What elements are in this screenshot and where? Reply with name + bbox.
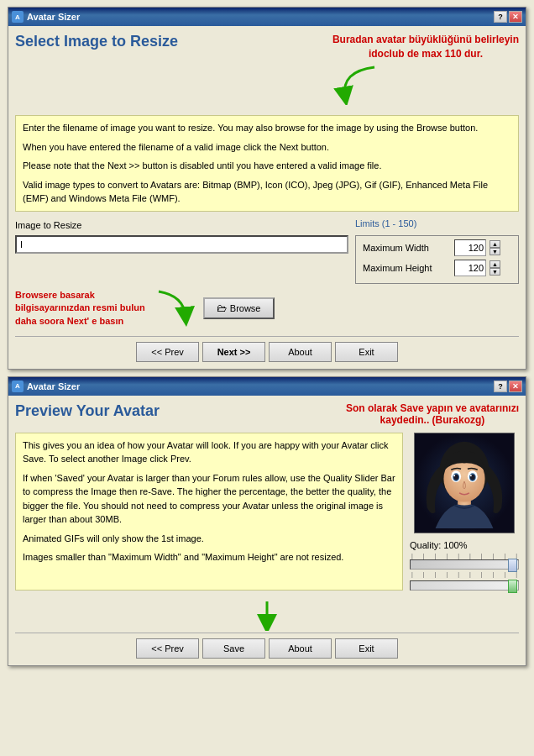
quality-slider-handle-2[interactable] [508, 580, 517, 593]
info-box-1: Enter the filename of image you want to … [15, 115, 519, 212]
max-height-spinner: ▲ ▼ [490, 260, 500, 276]
title-bar-left-2: A Avatar Sizer [12, 381, 80, 392]
info-line-4: Valid image types to convert to Avatars … [23, 178, 511, 206]
annotation-top-right-1: Buradan avatar büyüklüğünü belirleyinido… [332, 33, 519, 108]
title-bar-buttons-2: ? ✕ [494, 381, 522, 392]
arrow-svg-1 [332, 63, 383, 105]
avatar-preview [414, 433, 515, 533]
quality-label: Quality: 100% [410, 540, 519, 550]
tick-2: | [423, 553, 425, 559]
app-icon-1: A [12, 11, 24, 23]
browse-icon: 🗁 [217, 302, 227, 314]
title-text-2: Avatar Sizer [27, 381, 80, 391]
next-button-1[interactable]: Next >> [202, 342, 265, 362]
quality-slider-track-2[interactable] [410, 580, 519, 591]
tick-b2: | [423, 571, 425, 577]
prev-button-1[interactable]: << Prev [136, 342, 199, 362]
browse-button[interactable]: 🗁 Browse [203, 297, 275, 319]
tick-b1: | [411, 571, 413, 577]
tick-b6: | [469, 571, 471, 577]
title-text-1: Avatar Sizer [27, 12, 80, 22]
preview-text-box: This gives you an idea of how your Avata… [15, 433, 403, 591]
about-button-1[interactable]: About [269, 342, 332, 362]
preview-main: This gives you an idea of how your Avata… [15, 433, 519, 591]
title-bar-left-1: A Avatar Sizer [12, 11, 80, 23]
tick-7: | [481, 553, 483, 559]
image-input[interactable] [15, 235, 348, 254]
tick-b10: | [516, 571, 517, 577]
close-button-1[interactable]: ✕ [509, 11, 522, 23]
window1-body: Select Image to Resize Buradan avatar bü… [8, 26, 526, 369]
max-width-row: Maximum Width ▲ ▼ [363, 239, 511, 256]
max-width-spinner: ▲ ▼ [490, 240, 500, 255]
quality-slider-handle-1[interactable] [508, 559, 517, 572]
exit-button-1[interactable]: Exit [335, 342, 398, 362]
title-bar-2: A Avatar Sizer ? ✕ [8, 377, 526, 396]
tick-8: | [493, 553, 495, 559]
save-arrow-svg [242, 597, 292, 631]
exit-button-2[interactable]: Exit [335, 638, 398, 659]
tick-6: | [469, 553, 471, 559]
preview-line-4: Images smaller than "Maximum Width" and … [23, 550, 395, 564]
browse-arrow-svg [150, 287, 196, 329]
app-icon-2: A [12, 381, 24, 392]
window1-header-row: Select Image to Resize Buradan avatar bü… [15, 33, 519, 108]
limits-title: Limits (1 - 150) [355, 218, 519, 228]
preview-line-3: Animated GIFs will only show the 1st ima… [23, 532, 395, 546]
info-line-2: When you have entered the filename of a … [23, 140, 511, 155]
max-height-down[interactable]: ▼ [490, 268, 500, 276]
avatar-svg [415, 433, 514, 533]
limits-box: Maximum Width ▲ ▼ Maximum Height ▲ ▼ [355, 235, 519, 284]
tick-b5: | [458, 571, 459, 577]
max-width-down[interactable]: ▼ [490, 248, 500, 255]
annotation-top-right-2: Son olarak Save yapın ve avatarınızıkayd… [346, 402, 519, 426]
window-2: A Avatar Sizer ? ✕ Preview Your Avatar S… [8, 376, 526, 666]
title-bar-1: A Avatar Sizer ? ✕ [8, 8, 526, 26]
tick-3: | [435, 553, 437, 559]
title-bar-buttons-1: ? ✕ [494, 11, 522, 23]
section-title-1: Select Image to Resize [15, 33, 178, 50]
tick-b3: | [435, 571, 437, 577]
quality-slider-track-1[interactable] [410, 559, 519, 570]
max-width-up[interactable]: ▲ [490, 240, 500, 248]
window-1: A Avatar Sizer ? ✕ Select Image to Resiz… [8, 7, 526, 370]
about-button-2[interactable]: About [269, 638, 332, 659]
max-width-label: Maximum Width [363, 243, 451, 253]
info-line-3: Please note that the Next >> button is d… [23, 159, 511, 173]
preview-line-1: This gives you an idea of how your Avata… [23, 438, 395, 466]
max-height-row: Maximum Height ▲ ▼ [363, 260, 511, 276]
tick-9: | [504, 553, 505, 559]
browse-label: Browse [230, 303, 261, 313]
max-height-up[interactable]: ▲ [490, 260, 500, 268]
tick-1: | [411, 553, 413, 559]
help-button-2[interactable]: ? [494, 381, 507, 392]
window2-body: Preview Your Avatar Son olarak Save yapı… [8, 396, 526, 665]
max-height-input[interactable] [454, 260, 486, 276]
tick-5: | [458, 553, 459, 559]
section-title-2: Preview Your Avatar [15, 402, 160, 420]
browse-annotation: Browsere basarakbilgisayarınızdan resmi … [15, 289, 145, 328]
tick-4: | [446, 553, 448, 559]
preview-line-2: If when 'Saved' your Avatar is larger th… [23, 471, 395, 527]
prev-button-2[interactable]: << Prev [136, 638, 199, 659]
tick-b8: | [493, 571, 495, 577]
save-button[interactable]: Save [202, 638, 265, 659]
info-line-1: Enter the filename of image you want to … [23, 121, 511, 135]
max-width-input[interactable] [454, 239, 486, 256]
help-button-1[interactable]: ? [494, 11, 507, 23]
preview-image-area: Quality: 100% | | | | | | | | | | [410, 433, 519, 591]
max-height-label: Maximum Height [363, 263, 451, 273]
window1-buttons-row: << Prev Next >> About Exit [15, 336, 519, 362]
window2-header-row: Preview Your Avatar Son olarak Save yapı… [15, 402, 519, 426]
svg-point-11 [470, 475, 472, 476]
tick-b4: | [446, 571, 448, 577]
window2-buttons-row: << Prev Save About Exit [15, 633, 519, 659]
image-field-label: Image to Resize [15, 220, 348, 230]
tick-b9: | [504, 571, 505, 577]
tick-b7: | [481, 571, 483, 577]
close-button-2[interactable]: ✕ [509, 381, 522, 392]
quality-area: Quality: 100% | | | | | | | | | | [410, 540, 519, 591]
svg-point-7 [453, 475, 455, 476]
tick-10: | [516, 553, 517, 559]
